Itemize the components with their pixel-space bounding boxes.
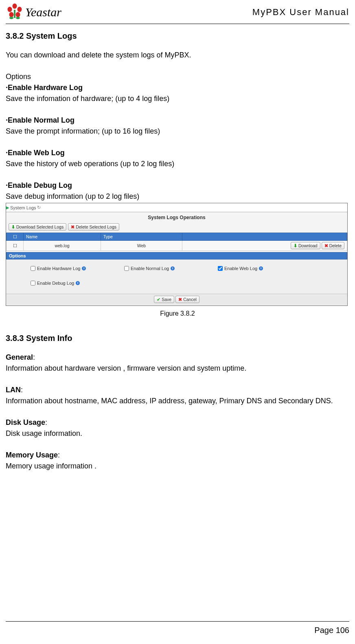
page-footer: Page 106 (6, 621, 349, 635)
delete-selected-button[interactable]: ✖ Delete Selected Logs (68, 223, 119, 231)
svg-point-1 (8, 7, 12, 12)
option-normal-log[interactable]: Enable Normal Log i (124, 266, 193, 271)
figure-caption: Figure 3.8.2 (6, 310, 349, 317)
info-icon[interactable]: i (82, 266, 86, 270)
svg-point-5 (9, 17, 13, 19)
svg-point-6 (16, 17, 20, 19)
row-actions: ⬇ Download ✖ Delete (182, 241, 347, 251)
column-type: Type (101, 233, 182, 241)
checkbox-normal-log[interactable] (124, 266, 129, 271)
refresh-icon[interactable]: ↻ (37, 205, 41, 210)
general-desc: Information about hardware version , fir… (6, 363, 349, 374)
option-normal-label: Enable Normal Log (131, 266, 169, 271)
option-hardware-label: Enable Hardware Log (37, 266, 80, 271)
download-selected-label: Download Selected Logs (16, 224, 64, 229)
section-intro: You can download and delete the system l… (6, 50, 349, 61)
row-delete-label: Delete (329, 243, 342, 248)
option-debug-label: Enable Debug Log (37, 281, 74, 286)
save-icon: ✔ (157, 297, 160, 302)
memory-label-text: Memory Usage (6, 451, 58, 459)
memory-label: Memory Usage: (6, 450, 349, 461)
section-heading-383: 3.8.3 System Info (6, 334, 349, 343)
checkbox-debug-log[interactable] (31, 281, 35, 286)
row-download-label: Download (298, 243, 318, 248)
lan-label-text: LAN (6, 386, 21, 394)
info-icon[interactable]: i (259, 266, 263, 270)
memory-desc: Memory usage information . (6, 461, 349, 472)
disk-label: Disk Usage: (6, 417, 349, 428)
cancel-icon: ✖ (178, 297, 182, 302)
breadcrumb: ▶ System Logs ↻ (6, 203, 347, 212)
delete-icon: ✖ (324, 243, 328, 248)
download-icon: ⬇ (11, 224, 15, 229)
option-desc-hardware: Save the infomation of hardware; (up to … (6, 93, 349, 104)
save-label: Save (162, 297, 171, 302)
option-title-debug: ·Enable Debug Log (6, 180, 349, 191)
option-title-normal: ·Enable Normal Log (6, 115, 349, 126)
save-cancel-bar: ✔ Save ✖ Cancel (6, 294, 347, 305)
logo: Yeastar (6, 3, 61, 21)
table-row: ☐ web.log Web ⬇ Download ✖ Delete (7, 241, 347, 251)
save-button[interactable]: ✔ Save (154, 296, 174, 303)
row-delete-button[interactable]: ✖ Delete (322, 242, 344, 249)
delete-selected-label: Delete Selected Logs (76, 224, 116, 229)
general-label: General: (6, 352, 349, 363)
checkbox-hardware-log[interactable] (31, 266, 35, 271)
cancel-label: Cancel (183, 297, 197, 302)
breadcrumb-label: System Logs (10, 205, 36, 210)
row-download-button[interactable]: ⬇ Download (291, 242, 320, 249)
panel-title: System Logs Operations (6, 212, 347, 222)
checkbox-web-log[interactable] (218, 266, 223, 271)
option-web-log[interactable]: Enable Web Log i (218, 266, 287, 271)
option-debug-log[interactable]: Enable Debug Log i (31, 281, 339, 286)
svg-point-4 (16, 12, 20, 18)
info-icon[interactable]: i (76, 281, 80, 285)
document-title: MyPBX User Manual (252, 7, 349, 18)
disk-desc: Disk usage information. (6, 428, 349, 439)
lan-desc: Information about hostname, MAC address,… (6, 396, 349, 407)
options-label: Options (6, 71, 349, 82)
column-name: Name (24, 233, 101, 241)
embedded-screenshot: ▶ System Logs ↻ System Logs Operations ⬇… (6, 203, 348, 306)
table-header-row: ☐ Name Type (7, 233, 347, 241)
option-desc-normal: Save the prompt information; (up to 16 l… (6, 126, 349, 137)
toolbar: ⬇ Download Selected Logs ✖ Delete Select… (6, 222, 347, 232)
options-panel-body: Enable Hardware Log i Enable Normal Log … (6, 259, 347, 294)
options-panel-header: Options (6, 252, 347, 259)
info-icon[interactable]: i (171, 266, 175, 270)
general-label-text: General (6, 353, 33, 361)
column-actions (182, 233, 347, 241)
option-title-web: ·Enable Web Log (6, 147, 349, 158)
download-selected-button[interactable]: ⬇ Download Selected Logs (9, 223, 66, 231)
download-icon: ⬇ (294, 243, 297, 248)
lan-label: LAN: (6, 385, 349, 396)
svg-point-0 (13, 4, 17, 9)
option-web-label: Enable Web Log (224, 266, 257, 271)
svg-point-2 (18, 7, 22, 12)
logs-table: ☐ Name Type ☐ web.log Web ⬇ Download (6, 233, 347, 251)
yeastar-logo-icon (6, 3, 24, 21)
row-name: web.log (24, 241, 101, 251)
delete-icon: ✖ (71, 224, 75, 229)
footer-rule (6, 621, 349, 622)
cancel-button[interactable]: ✖ Cancel (175, 296, 199, 303)
section-heading-382: 3.8.2 System Logs (6, 31, 349, 41)
option-hardware-log[interactable]: Enable Hardware Log i (31, 266, 100, 271)
disk-label-text: Disk Usage (6, 418, 45, 426)
page-header: Yeastar MyPBX User Manual (6, 3, 349, 24)
logo-text: Yeastar (25, 5, 61, 19)
page-number: Page 106 (6, 626, 349, 635)
row-type: Web (101, 241, 182, 251)
column-checkbox[interactable]: ☐ (7, 233, 24, 241)
breadcrumb-arrow-icon: ▶ (6, 205, 9, 210)
option-desc-debug: Save debug information (up to 2 log file… (6, 191, 349, 202)
option-title-hardware: ·Enable Hardware Log (6, 82, 349, 93)
row-checkbox[interactable]: ☐ (7, 241, 24, 251)
option-desc-web: Save the history of web operations (up t… (6, 158, 349, 169)
svg-point-3 (9, 12, 14, 18)
